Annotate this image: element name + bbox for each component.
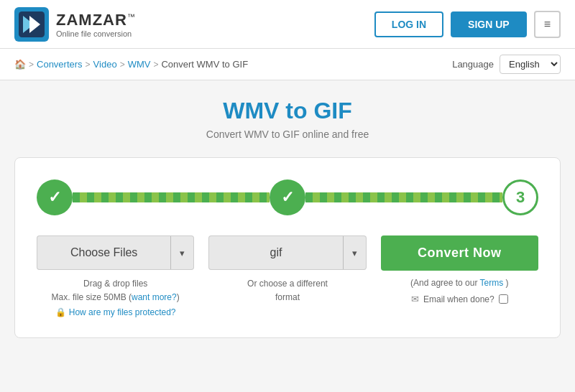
email-when-done-label: Email when done? xyxy=(423,294,494,304)
breadcrumb-video[interactable]: Video xyxy=(93,59,117,70)
step-line-2 xyxy=(305,192,502,202)
choose-files-group: Choose Files ▾ xyxy=(37,235,194,270)
step-2-circle: ✓ xyxy=(270,179,305,215)
want-more-link[interactable]: want more? xyxy=(132,292,177,302)
format-group: gif ▾ xyxy=(208,235,366,270)
header: ZAMZAR™ Online file conversion LOG IN SI… xyxy=(0,0,575,49)
convert-terms: (And agree to our Terms ) xyxy=(410,278,509,288)
breadcrumb-wmv[interactable]: WMV xyxy=(128,59,151,70)
logo-area: ZAMZAR™ Online file conversion xyxy=(14,7,136,42)
step-1-circle: ✓ xyxy=(37,179,73,215)
col-format: gif ▾ Or choose a different format xyxy=(208,235,366,304)
page-title: WMV to GIF xyxy=(14,98,561,124)
drag-drop-label: Drag & drop files xyxy=(52,277,180,291)
format-dropdown[interactable]: ▾ xyxy=(343,235,367,270)
choose-files-dropdown[interactable]: ▾ xyxy=(170,235,194,270)
brand-name: ZAMZAR™ xyxy=(56,11,136,29)
breadcrumb-current: Convert WMV to GIF xyxy=(161,59,248,70)
format-info: Or choose a different format xyxy=(247,277,328,304)
col-convert: Convert Now (And agree to our Terms ) ✉ … xyxy=(381,235,538,304)
convert-email: ✉ Email when done? xyxy=(411,294,508,304)
email-when-done-checkbox[interactable] xyxy=(499,294,508,304)
protection-link[interactable]: 🔒 How are my files protected? xyxy=(52,306,180,319)
zamzar-logo-icon xyxy=(14,7,49,42)
col-choose: Choose Files ▾ Drag & drop files Max. fi… xyxy=(37,235,194,320)
menu-button[interactable]: ≡ xyxy=(534,11,561,38)
brand-sub: Online file conversion xyxy=(56,29,136,38)
breadcrumb: 🏠 > Converters > Video > WMV > Convert W… xyxy=(14,59,248,70)
breadcrumb-bar: 🏠 > Converters > Video > WMV > Convert W… xyxy=(0,49,575,80)
language-label: Language xyxy=(452,59,494,70)
lock-icon: 🔒 xyxy=(55,306,66,319)
language-area: Language English French German Spanish xyxy=(452,55,561,74)
header-actions: LOG IN SIGN UP ≡ xyxy=(374,11,561,38)
converter-card: ✓ ✓ 3 Choose Files ▾ Drag & drop files xyxy=(14,157,561,338)
step-line-1 xyxy=(73,192,270,202)
choose-files-button[interactable]: Choose Files xyxy=(37,235,170,270)
home-icon[interactable]: 🏠 xyxy=(14,59,26,70)
login-button[interactable]: LOG IN xyxy=(374,11,443,37)
steps-row: ✓ ✓ 3 xyxy=(37,179,538,215)
signup-button[interactable]: SIGN UP xyxy=(451,11,527,37)
logo-text: ZAMZAR™ Online file conversion xyxy=(56,11,136,38)
main-content: WMV to GIF Convert WMV to GIF online and… xyxy=(0,80,575,353)
convert-now-button[interactable]: Convert Now xyxy=(381,235,538,271)
breadcrumb-converters[interactable]: Converters xyxy=(37,59,83,70)
choose-files-info: Drag & drop files Max. file size 50MB (w… xyxy=(52,277,180,320)
format-button[interactable]: gif xyxy=(208,235,342,270)
terms-link[interactable]: Terms xyxy=(480,278,504,288)
language-select[interactable]: English French German Spanish xyxy=(500,55,561,74)
actions-row: Choose Files ▾ Drag & drop files Max. fi… xyxy=(37,235,538,320)
max-file-size: Max. file size 50MB (want more?) xyxy=(52,291,180,304)
email-icon: ✉ xyxy=(411,294,419,304)
step-3-circle: 3 xyxy=(502,179,538,215)
page-subtitle: Convert WMV to GIF online and free xyxy=(14,129,561,140)
